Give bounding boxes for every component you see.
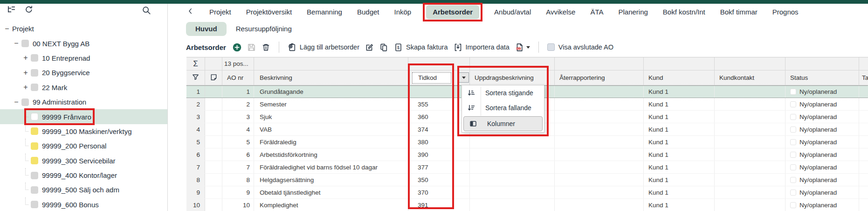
- note-cell[interactable]: [205, 174, 222, 186]
- table-row[interactable]: 55Föräldraledig380Kund 1Ny/oplanerad: [186, 136, 868, 148]
- tree-item-22-mark[interactable]: +22 Mark: [0, 80, 167, 95]
- row-number-cell[interactable]: 5: [186, 136, 205, 148]
- tab-budget[interactable]: Budget: [357, 5, 379, 19]
- cell-beskrivning[interactable]: Kompledighet: [254, 199, 408, 211]
- cell-beskrivning[interactable]: Obetald tjänstledighet: [254, 186, 408, 198]
- header-ao-nr[interactable]: AO nr: [222, 70, 254, 85]
- menu-item-sortera-stigande[interactable]: Sortera stigande: [462, 85, 544, 100]
- cell-kund[interactable]: Kund 1: [644, 199, 715, 211]
- tab-inköp[interactable]: Inköp: [394, 5, 412, 19]
- export-pdf-dropdown[interactable]: PDF: [515, 43, 530, 52]
- tree-item-99999-600-bonus[interactable]: 99999_600 Bonus: [0, 197, 167, 211]
- row-number-cell[interactable]: 3: [186, 111, 205, 123]
- cell-uppdragsbeskrivning[interactable]: [470, 174, 555, 186]
- table-row[interactable]: 99Obetald tjänstledighet370Kund 1Ny/opla…: [186, 186, 868, 199]
- cell-beskrivning[interactable]: Föräldraledig: [254, 136, 408, 148]
- cell-status[interactable]: Ny/oplanerad: [785, 161, 859, 173]
- cell-beskrivning[interactable]: Sjuk: [254, 111, 408, 123]
- cell-aterrapportering[interactable]: [555, 86, 644, 98]
- cell-kundkontakt[interactable]: [715, 111, 785, 123]
- cell-ta[interactable]: [859, 186, 868, 198]
- cell-status[interactable]: Ny/oplanerad: [785, 86, 859, 98]
- importera-data-button[interactable]: Importera data: [454, 43, 510, 52]
- cell-ta[interactable]: [859, 98, 868, 110]
- cell-kundkontakt[interactable]: [715, 123, 785, 135]
- cell-kundkontakt[interactable]: [715, 98, 785, 110]
- cell-tidkod[interactable]: 360: [408, 111, 470, 123]
- cell-uppdragsbeskrivning[interactable]: [470, 148, 555, 161]
- collapse-sidebar-icon[interactable]: [187, 7, 194, 17]
- note-cell[interactable]: [205, 136, 222, 148]
- cell-kund[interactable]: Kund 1: [644, 186, 715, 198]
- cell-ta[interactable]: [859, 123, 868, 135]
- cell-tidkod[interactable]: 377: [408, 161, 470, 173]
- cell-tidkod[interactable]: 380: [408, 136, 470, 148]
- note-header-cell[interactable]: [205, 70, 222, 85]
- cell-kund[interactable]: Kund 1: [644, 111, 715, 123]
- cell-ao-nr[interactable]: 3: [222, 111, 254, 123]
- row-number-cell[interactable]: 4: [186, 123, 205, 135]
- row-number-cell[interactable]: 6: [186, 148, 205, 161]
- cell-ao-nr[interactable]: 2: [222, 98, 254, 110]
- cell-aterrapportering[interactable]: [555, 199, 644, 211]
- collapse-node-icon[interactable]: −: [3, 25, 11, 33]
- refresh-icon[interactable]: [24, 5, 34, 16]
- cell-ao-nr[interactable]: 1: [222, 86, 254, 98]
- add-arbetsorder-button[interactable]: [233, 43, 241, 52]
- note-cell[interactable]: [205, 199, 222, 211]
- cell-ta[interactable]: [859, 111, 868, 123]
- row-number-cell[interactable]: 9: [186, 186, 205, 198]
- row-number-cell[interactable]: 10: [186, 199, 205, 211]
- save-button[interactable]: [247, 43, 256, 52]
- note-cell[interactable]: [205, 86, 222, 98]
- cell-kundkontakt[interactable]: [715, 186, 785, 198]
- cell-beskrivning[interactable]: VAB: [254, 123, 408, 135]
- delete-button[interactable]: [262, 43, 270, 52]
- cell-aterrapportering[interactable]: [555, 174, 644, 186]
- expand-node-icon[interactable]: +: [21, 84, 30, 91]
- menu-item-kolumner[interactable]: Kolumner: [463, 116, 543, 131]
- tree-item-projekt[interactable]: −Projekt: [0, 21, 167, 36]
- cell-ao-nr[interactable]: 4: [222, 123, 254, 135]
- cell-ta[interactable]: [859, 148, 868, 161]
- tab-anbud-avtal[interactable]: Anbud/avtal: [494, 5, 531, 19]
- cell-ao-nr[interactable]: 9: [222, 186, 254, 198]
- tree-item-99999-frånvaro[interactable]: 99999 Frånvaro: [0, 109, 167, 124]
- cell-aterrapportering[interactable]: [555, 148, 644, 161]
- tree-item-99999-500-sälj-och-adm[interactable]: 99999_500 Sälj och adm: [0, 183, 167, 197]
- cell-tidkod[interactable]: 370: [408, 186, 470, 198]
- header-tidkod[interactable]: Tidkod: [408, 70, 470, 85]
- collapse-node-icon[interactable]: −: [12, 98, 21, 106]
- cell-uppdragsbeskrivning[interactable]: [470, 186, 555, 198]
- cell-kund[interactable]: Kund 1: [644, 148, 715, 161]
- cell-kundkontakt[interactable]: [715, 86, 785, 98]
- cell-tidkod[interactable]: 355: [408, 98, 470, 110]
- edit-button[interactable]: [365, 43, 374, 52]
- cell-aterrapportering[interactable]: [555, 98, 644, 110]
- cell-beskrivning[interactable]: Grundåtagande: [254, 86, 408, 98]
- tab-avvikelse[interactable]: Avvikelse: [546, 5, 575, 19]
- cell-ao-nr[interactable]: 8: [222, 174, 254, 186]
- cell-ao-nr[interactable]: 10: [222, 199, 254, 211]
- subtab-resursuppföljning[interactable]: Resursuppföljning: [236, 22, 292, 36]
- cell-beskrivning[interactable]: Helgdagsersättning: [254, 174, 408, 186]
- cell-aterrapportering[interactable]: [555, 186, 644, 198]
- tree-item-99999-200-personal[interactable]: 99999_200 Personal: [0, 139, 167, 153]
- cell-kund[interactable]: Kund 1: [644, 98, 715, 110]
- tab-bokf-timmar[interactable]: Bokf timmar: [720, 5, 758, 19]
- table-row[interactable]: 88Helgdagsersättning350Kund 1Ny/oplanera…: [186, 174, 868, 186]
- cell-kund[interactable]: Kund 1: [644, 161, 715, 173]
- cell-uppdragsbeskrivning[interactable]: [470, 161, 555, 173]
- cell-aterrapportering[interactable]: [555, 123, 644, 135]
- row-number-cell[interactable]: 7: [186, 161, 205, 173]
- table-row[interactable]: 1010Kompledighet391Kund 1Ny/oplanerad: [186, 199, 868, 211]
- cell-ta[interactable]: [859, 86, 868, 98]
- cell-ao-nr[interactable]: 6: [222, 148, 254, 161]
- cell-kundkontakt[interactable]: [715, 174, 785, 186]
- header-status[interactable]: Status: [785, 70, 859, 85]
- cell-tidkod[interactable]: 390: [408, 148, 470, 161]
- cell-status[interactable]: Ny/oplanerad: [785, 199, 859, 211]
- cell-beskrivning[interactable]: Arbetstidsförkortning: [254, 148, 408, 161]
- copy-button[interactable]: [379, 43, 388, 52]
- cell-status[interactable]: Ny/oplanerad: [785, 123, 859, 135]
